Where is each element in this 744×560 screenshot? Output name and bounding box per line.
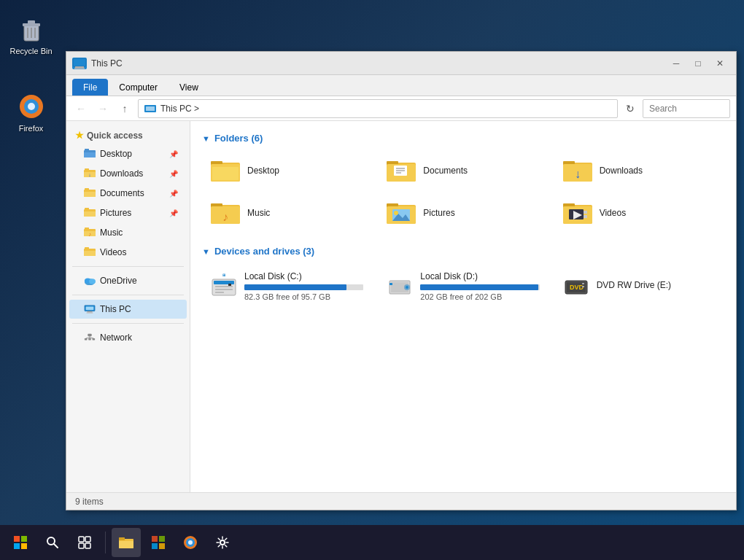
- svg-rect-29: [85, 228, 89, 230]
- videos-folder-icon: [84, 246, 96, 258]
- forward-button[interactable]: →: [94, 100, 112, 117]
- svg-rect-11: [74, 68, 85, 69]
- drive-item-d[interactable]: Local Disk (D:) 202 GB free of 202 GB: [378, 265, 548, 307]
- sidebar-item-thispc[interactable]: This PC: [69, 300, 187, 319]
- drive-name-dvd: DVD RW Drive (E:): [597, 280, 716, 290]
- start-button[interactable]: [6, 528, 35, 557]
- folder-icon-videos: [563, 201, 592, 225]
- svg-rect-41: [88, 334, 91, 337]
- sidebar-item-videos-label: Videos: [100, 247, 126, 257]
- svg-line-46: [86, 338, 90, 338]
- search-button[interactable]: [38, 528, 67, 557]
- folder-name-videos: Videos: [600, 208, 626, 218]
- sidebar-item-documents[interactable]: Documents 📌: [69, 184, 187, 203]
- drive-info-dvd: DVD RW Drive (E:): [597, 280, 716, 293]
- title-bar-computer-icon: [72, 58, 87, 69]
- content-area: ▼ Folders (6) Desktop: [190, 121, 736, 492]
- svg-rect-16: [85, 149, 89, 151]
- svg-rect-97: [14, 536, 20, 542]
- folder-item-documents[interactable]: Documents: [378, 152, 548, 189]
- drive-icon-d: [387, 273, 413, 300]
- file-explorer-taskbar-button[interactable]: [112, 528, 141, 557]
- svg-rect-38: [86, 306, 94, 309]
- sidebar-item-music-label: Music: [100, 228, 123, 238]
- folder-icon-desktop: [211, 158, 240, 183]
- desktop-folder-icon: [84, 148, 96, 160]
- folder-item-pictures[interactable]: Pictures: [378, 195, 548, 231]
- svg-rect-51: [212, 167, 239, 180]
- close-button[interactable]: ✕: [710, 55, 730, 71]
- minimize-button[interactable]: ─: [666, 55, 686, 71]
- tab-view[interactable]: View: [168, 79, 209, 96]
- sidebar-item-desktop[interactable]: Desktop 📌: [69, 144, 187, 163]
- firefox-taskbar-button[interactable]: [176, 528, 205, 557]
- address-path-text: This PC >: [160, 104, 199, 114]
- drive-item-c[interactable]: ⊞ Local Disk (C:) 82.3 GB free of 95.7 G…: [202, 265, 372, 307]
- refresh-button[interactable]: ↻: [622, 101, 638, 117]
- drive-bar-container-c: [244, 284, 363, 290]
- sidebar-item-onedrive-label: OneDrive: [100, 276, 137, 286]
- recycle-bin-icon[interactable]: Recycle Bin: [6, 15, 57, 55]
- sidebar-item-desktop-label: Desktop: [100, 149, 132, 159]
- svg-rect-19: [85, 168, 89, 171]
- forward-icon: →: [98, 103, 108, 114]
- svg-rect-110: [152, 536, 158, 542]
- drives-section-header[interactable]: ▼ Devices and drives (3): [202, 246, 724, 257]
- drive-info-c: Local Disk (C:) 82.3 GB free of 95.7 GB: [244, 271, 363, 301]
- folders-section-header[interactable]: ▼ Folders (6): [202, 133, 724, 144]
- documents-folder-icon: [84, 187, 96, 199]
- address-path-field[interactable]: This PC >: [138, 99, 618, 118]
- svg-rect-89: [390, 283, 392, 285]
- sidebar-quick-access-header[interactable]: ★ Quick access: [66, 127, 190, 144]
- svg-point-36: [89, 279, 96, 284]
- store-taskbar-button[interactable]: [144, 528, 173, 557]
- svg-text:♪: ♪: [222, 211, 228, 223]
- sidebar-item-network[interactable]: Network: [69, 328, 187, 347]
- sidebar-item-videos[interactable]: Videos: [69, 243, 187, 262]
- main-area: ★ Quick access Desktop 📌 ↓ Downloads 📌: [66, 121, 736, 492]
- search-input[interactable]: [643, 99, 730, 118]
- svg-rect-108: [119, 541, 133, 548]
- back-button[interactable]: ←: [72, 100, 90, 117]
- settings-taskbar-button[interactable]: [208, 528, 237, 557]
- task-view-button[interactable]: [70, 528, 99, 557]
- folder-item-music[interactable]: ♪ Music: [202, 195, 372, 231]
- folder-icon-downloads: ↓: [563, 158, 592, 183]
- drive-item-dvd[interactable]: DVD DVD RW Drive (E:): [554, 265, 724, 307]
- folder-item-desktop[interactable]: Desktop: [202, 152, 372, 189]
- up-button[interactable]: ↑: [116, 100, 133, 117]
- quick-access-star-icon: ★: [75, 130, 84, 141]
- maximize-button[interactable]: □: [688, 55, 708, 71]
- folder-item-videos[interactable]: Videos: [554, 195, 724, 231]
- status-bar: 9 items: [66, 492, 736, 510]
- svg-line-47: [90, 338, 93, 338]
- svg-point-72: [394, 211, 398, 215]
- svg-rect-96: [582, 286, 584, 287]
- up-icon: ↑: [123, 103, 128, 114]
- folder-name-documents: Documents: [423, 166, 468, 176]
- sidebar-pin-documents: 📌: [169, 190, 178, 198]
- svg-rect-39: [87, 311, 92, 313]
- sidebar-pin-downloads: 📌: [169, 170, 178, 178]
- svg-rect-95: [582, 283, 584, 284]
- tab-file[interactable]: File: [72, 79, 108, 96]
- sidebar-item-onedrive[interactable]: OneDrive: [69, 271, 187, 290]
- title-bar: This PC ─ □ ✕: [66, 52, 736, 75]
- folders-section-label: Folders (6): [214, 133, 263, 144]
- folder-item-downloads[interactable]: ↓ Downloads: [554, 152, 724, 189]
- ribbon-tabs: File Computer View: [66, 75, 736, 96]
- onedrive-icon: [84, 275, 96, 287]
- svg-rect-22: [84, 192, 96, 197]
- quick-access-label: Quick access: [87, 131, 143, 141]
- tab-computer[interactable]: Computer: [108, 79, 168, 96]
- svg-rect-40: [87, 312, 93, 313]
- svg-point-91: [406, 286, 408, 289]
- title-controls: ─ □ ✕: [666, 55, 730, 71]
- svg-rect-106: [85, 543, 90, 548]
- firefox-icon[interactable]: Firefox: [6, 92, 57, 133]
- sidebar-item-downloads[interactable]: ↓ Downloads 📌: [69, 164, 187, 183]
- svg-rect-99: [14, 543, 20, 549]
- sidebar-item-music[interactable]: ♪ Music: [69, 223, 187, 242]
- sidebar-divider-1: [72, 266, 184, 267]
- sidebar-item-pictures[interactable]: Pictures 📌: [69, 203, 187, 222]
